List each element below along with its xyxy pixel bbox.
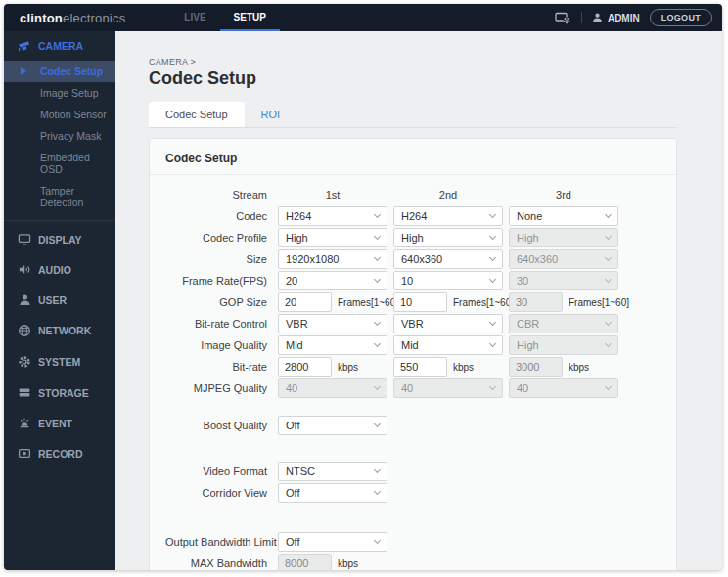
chevron-down-icon bbox=[489, 319, 496, 326]
sidebar-section-event[interactable]: EVENT bbox=[4, 408, 115, 438]
sidebar-item-privacy-mask[interactable]: Privacy Mask bbox=[4, 125, 115, 147]
display-icon bbox=[18, 233, 31, 245]
tab-codec-setup[interactable]: Codec Setup bbox=[149, 102, 245, 127]
sidebar-item-image-setup[interactable]: Image Setup bbox=[4, 82, 115, 104]
mjpeg-quality-select-2nd: 40 bbox=[393, 378, 503, 398]
boost-quality-select[interactable]: Off bbox=[278, 416, 387, 435]
bitrate-control-select-1st[interactable]: VBR bbox=[278, 314, 387, 333]
current-user[interactable]: ADMIN bbox=[592, 12, 640, 23]
breadcrumb: CAMERA > bbox=[149, 57, 722, 67]
table-row-codec: Codec H264 H264 None bbox=[165, 206, 664, 226]
sidebar-section-camera[interactable]: CAMERA bbox=[4, 31, 115, 61]
sidebar-item-codec-setup[interactable]: Codec Setup bbox=[4, 61, 115, 82]
table-row-bitrate: Bit-rate kbps kbps kbps bbox=[165, 357, 664, 377]
record-icon bbox=[18, 447, 31, 460]
frame-rate-select-1st[interactable]: 20 bbox=[278, 271, 387, 290]
chevron-down-icon bbox=[374, 211, 381, 218]
table-row-codec-profile: Codec Profile High High High bbox=[165, 228, 664, 247]
corridor-view-row: Corridor View Off bbox=[165, 483, 664, 503]
table-row-size: Size 1920x1080 640x360 640x360 bbox=[165, 249, 664, 269]
sidebar-section-display[interactable]: DISPLAY bbox=[4, 224, 115, 254]
codec-select-2nd[interactable]: H264 bbox=[393, 206, 503, 226]
top-bar: clintonelectronics LIVE SETUP ADMIN bbox=[4, 4, 722, 31]
mjpeg-quality-select-1st: 40 bbox=[278, 378, 387, 398]
codec-profile-select-1st[interactable]: High bbox=[278, 228, 387, 247]
image-quality-select-2nd[interactable]: Mid bbox=[393, 335, 503, 355]
codec-select-3rd[interactable]: None bbox=[509, 206, 618, 226]
chevron-down-icon bbox=[605, 383, 612, 390]
image-quality-select-1st[interactable]: Mid bbox=[278, 335, 387, 355]
sidebar-item-embedded-osd[interactable]: Embedded OSD bbox=[4, 147, 115, 180]
sidebar-item-motion-sensor[interactable]: Motion Sensor bbox=[4, 104, 115, 125]
chevron-down-icon bbox=[374, 276, 381, 283]
nav-setup[interactable]: SETUP bbox=[220, 4, 280, 31]
sidebar-section-system[interactable]: SYSTEM bbox=[4, 346, 115, 377]
sidebar-section-storage[interactable]: STORAGE bbox=[4, 377, 115, 408]
video-format-select[interactable]: NTSC bbox=[278, 462, 387, 481]
username: ADMIN bbox=[608, 13, 640, 23]
stream-header-row: Stream 1st 2nd 3rd bbox=[165, 189, 664, 200]
codec-select-1st[interactable]: H264 bbox=[278, 206, 387, 226]
chevron-down-icon bbox=[489, 276, 496, 283]
sidebar: CAMERA Codec Setup Image Setup Motion Se… bbox=[4, 31, 115, 570]
bitrate-input-3rd bbox=[509, 357, 563, 377]
table-row-frame-rate: Frame Rate(FPS) 20 10 30 bbox=[165, 271, 664, 290]
chevron-down-icon bbox=[374, 340, 381, 347]
chevron-down-icon bbox=[605, 233, 612, 240]
logout-button[interactable]: LOGOUT bbox=[650, 9, 712, 26]
chevron-down-icon bbox=[605, 340, 612, 347]
tab-roi[interactable]: ROI bbox=[245, 102, 297, 127]
logo-light-text: electronics bbox=[63, 11, 125, 25]
nav-live[interactable]: LIVE bbox=[170, 4, 219, 31]
tab-bar: Codec Setup ROI bbox=[149, 102, 677, 128]
table-row-bitrate-control: Bit-rate Control VBR VBR CBR bbox=[165, 314, 664, 333]
size-select-1st[interactable]: 1920x1080 bbox=[278, 249, 387, 269]
sidebar-divider bbox=[4, 220, 115, 221]
frame-rate-select-2nd[interactable]: 10 bbox=[393, 271, 503, 290]
column-header-2nd: 2nd bbox=[393, 189, 503, 200]
output-bandwidth-limit-select[interactable]: Off bbox=[278, 532, 387, 552]
chevron-down-icon bbox=[489, 340, 496, 347]
bitrate-input-1st[interactable] bbox=[278, 357, 332, 377]
sidebar-section-network[interactable]: NETWORK bbox=[4, 315, 115, 346]
gop-size-input-1st[interactable] bbox=[278, 292, 332, 312]
chevron-down-icon bbox=[489, 254, 496, 261]
user-icon bbox=[18, 293, 31, 306]
divider bbox=[581, 12, 582, 23]
device-settings-icon[interactable] bbox=[555, 11, 571, 24]
main-content: CAMERA > Codec Setup Codec Setup ROI Cod… bbox=[115, 31, 722, 570]
corridor-view-select[interactable]: Off bbox=[278, 483, 387, 503]
sidebar-section-record[interactable]: RECORD bbox=[4, 438, 115, 468]
codec-form: Stream 1st 2nd 3rd Codec H264 H264 None … bbox=[150, 175, 676, 570]
chevron-down-icon bbox=[605, 211, 612, 218]
column-header-3rd: 3rd bbox=[509, 189, 618, 200]
codec-setup-card: Codec Setup Stream 1st 2nd 3rd Codec H26… bbox=[149, 138, 677, 570]
card-title: Codec Setup bbox=[150, 139, 676, 175]
bitrate-input-2nd[interactable] bbox=[393, 357, 447, 377]
size-select-2nd[interactable]: 640x360 bbox=[393, 249, 503, 269]
gear-icon bbox=[18, 355, 31, 369]
sidebar-section-label: CAMERA bbox=[38, 40, 83, 52]
storage-icon bbox=[18, 386, 31, 399]
top-nav: LIVE SETUP bbox=[170, 4, 280, 31]
max-bandwidth-input bbox=[278, 554, 332, 570]
codec-profile-select-2nd[interactable]: High bbox=[393, 228, 503, 247]
max-bandwidth-row: MAX Bandwidth kbps bbox=[165, 554, 664, 570]
output-bandwidth-limit-row: Output Bandwidth Limit Off bbox=[165, 532, 664, 552]
user-icon bbox=[592, 12, 603, 23]
spacer bbox=[165, 400, 664, 416]
mjpeg-quality-select-3rd: 40 bbox=[509, 378, 618, 398]
codec-profile-select-3rd: High bbox=[509, 228, 618, 247]
app-window: clintonelectronics LIVE SETUP ADMIN bbox=[4, 4, 722, 570]
column-header-1st: 1st bbox=[278, 189, 387, 200]
chevron-down-icon bbox=[374, 319, 381, 326]
chevron-down-icon bbox=[374, 233, 381, 240]
chevron-down-icon bbox=[605, 254, 612, 261]
sidebar-section-user[interactable]: USER bbox=[4, 285, 115, 315]
gop-size-input-2nd[interactable] bbox=[393, 292, 447, 312]
sidebar-section-audio[interactable]: AUDIO bbox=[4, 254, 115, 285]
table-row-image-quality: Image Quality Mid Mid High bbox=[165, 335, 664, 355]
bitrate-control-select-2nd[interactable]: VBR bbox=[393, 314, 503, 333]
chevron-down-icon bbox=[374, 383, 381, 390]
sidebar-item-tamper-detection[interactable]: Tamper Detection bbox=[4, 180, 115, 213]
